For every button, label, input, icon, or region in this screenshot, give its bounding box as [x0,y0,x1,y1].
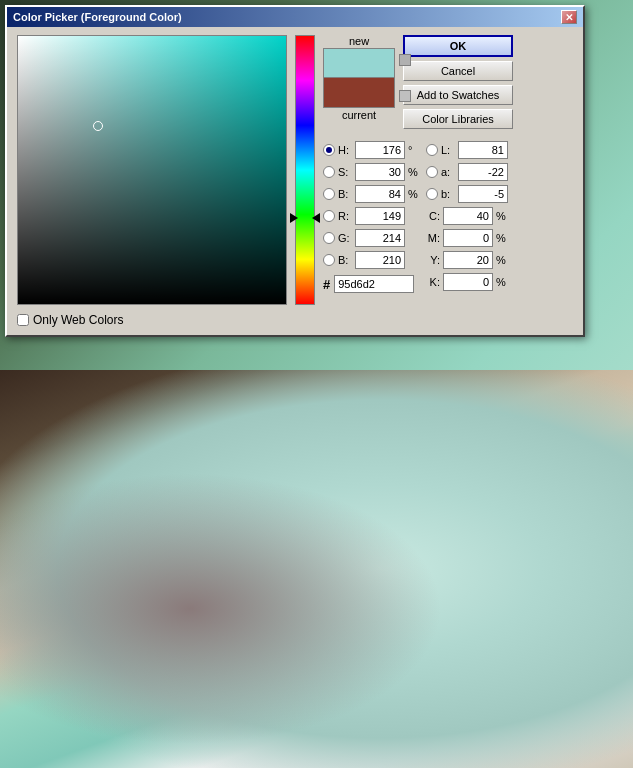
hue-arrow-right [312,213,320,223]
ok-button[interactable]: OK [403,35,513,57]
input-h[interactable] [355,141,405,159]
input-b2[interactable] [355,251,405,269]
hex-input[interactable] [334,275,414,293]
input-a[interactable] [458,163,508,181]
field-row-b: B: % [323,184,420,204]
close-button[interactable]: ✕ [561,10,577,24]
radio-a[interactable] [426,166,438,178]
hue-bar-container [295,35,315,305]
input-l[interactable] [458,141,508,159]
radio-r[interactable] [323,210,335,222]
input-y[interactable] [443,251,493,269]
picker-left: Only Web Colors [17,35,287,327]
title-bar: Color Picker (Foreground Color) ✕ [7,7,583,27]
input-m[interactable] [443,229,493,247]
field-row-b3: b: [426,184,508,204]
radio-g[interactable] [323,232,335,244]
field-row-s: S: % [323,162,420,182]
field-row-c: C: % [426,206,508,226]
field-row-g: G: [323,228,420,248]
radio-l[interactable] [426,144,438,156]
input-s[interactable] [355,163,405,181]
current-label: current [342,109,376,121]
new-color-swatch [323,48,395,78]
only-web-colors-label: Only Web Colors [33,313,123,327]
fields-combined: H: ° S: % B: % [323,140,573,293]
radio-b2[interactable] [323,254,335,266]
new-label: new [349,35,369,47]
preview-buttons-row: new current OK Cancel Add to Swatches [323,35,573,129]
web-colors-row: Only Web Colors [17,313,287,327]
input-b[interactable] [355,185,405,203]
field-row-a: a: [426,162,508,182]
right-panel: new current OK Cancel Add to Swatches [323,35,573,327]
field-row-m: M: % [426,228,508,248]
hash-symbol: # [323,277,330,292]
radio-s[interactable] [323,166,335,178]
hue-arrow-left [290,213,298,223]
field-row-k: K: % [426,272,508,292]
color-libraries-button[interactable]: Color Libraries [403,109,513,129]
field-row-r: R: [323,206,420,226]
color-gradient-picker[interactable] [17,35,287,305]
radio-b3[interactable] [426,188,438,200]
left-fields: H: ° S: % B: % [323,140,420,293]
radio-h[interactable] [323,144,335,156]
shoe-photo [0,370,633,768]
field-row-y: Y: % [426,250,508,270]
cube-icon [399,54,411,66]
color-picker-dialog: Color Picker (Foreground Color) ✕ Only W… [5,5,585,337]
input-c[interactable] [443,207,493,225]
radio-b[interactable] [323,188,335,200]
add-to-swatches-button[interactable]: Add to Swatches [403,85,513,105]
cancel-button[interactable]: Cancel [403,61,513,81]
hex-row: # [323,275,420,293]
input-k[interactable] [443,273,493,291]
input-r[interactable] [355,207,405,225]
field-row-l: L: [426,140,508,160]
input-g[interactable] [355,229,405,247]
right-fields: L: a: b: C: [426,140,508,293]
field-row-h: H: ° [323,140,420,160]
only-web-colors-checkbox[interactable] [17,314,29,326]
dialog-body: Only Web Colors new [7,27,583,335]
color-preview-wrapper: new current [323,35,395,121]
input-b3[interactable] [458,185,508,203]
field-row-b2: B: [323,250,420,270]
color-crosshair [93,121,103,131]
hue-spectrum-bar[interactable] [295,35,315,305]
current-color-swatch [323,78,395,108]
buttons-column: OK Cancel Add to Swatches Color Librarie… [403,35,513,129]
circle-icon [399,90,411,102]
color-preview-box [323,48,395,108]
dialog-title: Color Picker (Foreground Color) [13,11,182,23]
